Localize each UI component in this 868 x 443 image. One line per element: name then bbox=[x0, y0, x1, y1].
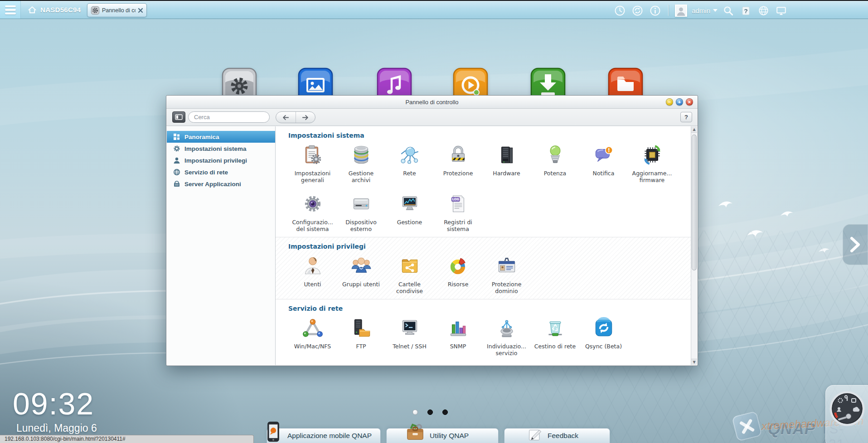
help-icon[interactable]: ? bbox=[740, 5, 752, 17]
window-toolbar: ? bbox=[166, 109, 698, 126]
system-status-item[interactable]: Gestione bbox=[385, 193, 434, 232]
pager-dot-2[interactable] bbox=[427, 409, 433, 415]
ftp-icon bbox=[350, 317, 373, 339]
window-help-button[interactable]: ? bbox=[680, 112, 692, 122]
storage-manager-icon bbox=[350, 144, 373, 166]
scrollbar-thumb[interactable] bbox=[692, 135, 697, 270]
network-item[interactable]: Rete bbox=[385, 144, 434, 183]
next-page-button[interactable] bbox=[843, 224, 868, 265]
scroll-up-arrow[interactable]: ▲ bbox=[691, 126, 697, 133]
telnet-ssh-item[interactable]: Telnet / SSH bbox=[385, 317, 434, 356]
mobile-app-icon bbox=[266, 421, 281, 443]
app-item-label: Potenza bbox=[531, 170, 579, 177]
network-recycle-bin-item[interactable]: Cestino di rete bbox=[531, 317, 579, 356]
gear-icon bbox=[173, 145, 180, 152]
taskbar-button-utility-qnap[interactable]: Utility QNAP bbox=[386, 428, 499, 443]
arrow-left-icon bbox=[282, 114, 290, 121]
section-title: Impostazioni sistema bbox=[288, 132, 691, 139]
sidebar-item-server-applicazioni[interactable]: Server Applicazioni bbox=[167, 178, 275, 190]
taskbar-button-feedback[interactable]: Feedback bbox=[504, 428, 610, 443]
user-groups-item[interactable]: Gruppi utenti bbox=[337, 255, 385, 294]
pager-dot-1[interactable] bbox=[412, 409, 418, 415]
users-item[interactable]: Utenti bbox=[288, 255, 337, 294]
globe-icon bbox=[173, 169, 180, 176]
main-menu-button[interactable] bbox=[0, 1, 21, 19]
search-box bbox=[188, 111, 270, 123]
swallow-birds bbox=[718, 202, 829, 253]
scroll-down-arrow[interactable]: ▼ bbox=[691, 359, 697, 365]
system-logs-icon: LOG bbox=[447, 193, 470, 215]
general-settings-item[interactable]: Impostazioni generali bbox=[288, 144, 337, 183]
panel-toggle-icon[interactable] bbox=[172, 111, 185, 123]
users-icon bbox=[301, 255, 324, 277]
home-button[interactable]: NASD56C94 bbox=[27, 5, 81, 15]
external-device-item[interactable]: Dispositivo esterno bbox=[337, 193, 385, 232]
system-logs-item[interactable]: LOGRegistri di sistema bbox=[434, 193, 482, 232]
top-bar: NASD56C94 Pannello di co... admin ? bbox=[0, 1, 868, 19]
user-menu[interactable]: admin bbox=[692, 7, 718, 14]
app-item-label: Utenti bbox=[288, 281, 337, 288]
system-status-icon bbox=[398, 193, 421, 215]
sidebar-item-impostazioni-privilegi[interactable]: Impostazioni privilegi bbox=[167, 154, 275, 166]
notification-item[interactable]: !Notifica bbox=[579, 144, 628, 183]
clock-icon[interactable] bbox=[613, 4, 626, 17]
app-item-label: Risorse bbox=[434, 281, 482, 288]
arrow-right-icon bbox=[301, 114, 309, 121]
app-item-label: Qsync (Beta) bbox=[579, 343, 628, 350]
domain-security-icon bbox=[495, 255, 518, 277]
forward-button[interactable] bbox=[296, 112, 315, 123]
system-config-item[interactable]: Configurazio... del sistema bbox=[288, 193, 337, 232]
section-servizio-di-rete: Servizio di reteWin/Mac/NFSFTPTelnet / S… bbox=[276, 299, 691, 361]
snmp-icon bbox=[447, 317, 470, 339]
app-item-label: Cartelle condivise bbox=[385, 281, 434, 294]
app-item-label: Gruppi utenti bbox=[337, 281, 385, 288]
sidebar-item-impostazioni-sistema[interactable]: Impostazioni sistema bbox=[167, 143, 275, 154]
window-content: Impostazioni sistemaImpostazioni general… bbox=[276, 126, 697, 365]
sidebar-item-servizio-di-rete[interactable]: Servizio di rete bbox=[167, 166, 275, 178]
app-item-label: Win/Mac/NFS bbox=[288, 343, 337, 350]
shared-folders-item[interactable]: Cartelle condivise bbox=[385, 255, 434, 294]
firmware-update-item[interactable]: Aggiorname... firmware bbox=[628, 144, 676, 183]
sidebar-item-label: Server Applicazioni bbox=[184, 181, 241, 188]
status-url-bubble: 192.168.0.103:8080/cgi-bin/main.html?201… bbox=[0, 435, 254, 443]
sidebar-item-panoramica[interactable]: Panoramica bbox=[167, 131, 275, 143]
ftp-item[interactable]: FTP bbox=[337, 317, 385, 356]
window-titlebar[interactable]: Pannello di controllo − + × bbox=[166, 96, 698, 109]
language-icon[interactable] bbox=[757, 5, 770, 17]
tab-control-panel[interactable]: Pannello di co... bbox=[87, 3, 147, 17]
system-config-icon bbox=[301, 193, 324, 215]
qsync-item[interactable]: Qsync (Beta) bbox=[579, 317, 628, 356]
search-icon[interactable] bbox=[722, 5, 734, 17]
monitor-icon[interactable] bbox=[775, 5, 787, 17]
domain-security-item[interactable]: Protezione dominio bbox=[482, 255, 531, 294]
info-icon[interactable] bbox=[649, 4, 662, 17]
close-icon[interactable] bbox=[138, 8, 143, 13]
overview-grid-icon bbox=[173, 133, 180, 140]
app-item-label: Dispositivo esterno bbox=[337, 219, 385, 232]
security-item[interactable]: Protezione bbox=[434, 144, 482, 183]
win-mac-nfs-item[interactable]: Win/Mac/NFS bbox=[288, 317, 337, 356]
pager-dot-3[interactable] bbox=[442, 409, 448, 415]
background-tasks-icon[interactable] bbox=[631, 4, 644, 17]
system-gauge-widget[interactable] bbox=[825, 385, 868, 443]
section-impostazioni-privilegi: Impostazioni privilegiUtentiGruppi utent… bbox=[276, 237, 691, 299]
app-item-label: Individuazio... servizio bbox=[482, 343, 531, 356]
desktop: NASD56C94 Pannello di co... admin ? Pann… bbox=[0, 0, 868, 443]
close-button[interactable]: × bbox=[686, 98, 693, 106]
minimize-button[interactable]: − bbox=[666, 98, 673, 106]
storage-manager-item[interactable]: Gestione archivi bbox=[337, 144, 385, 183]
vertical-scrollbar[interactable]: ▲ ▼ bbox=[691, 126, 697, 365]
snmp-item[interactable]: SNMP bbox=[434, 317, 482, 356]
hardware-item[interactable]: Hardware bbox=[482, 144, 531, 183]
app-item-label: Aggiorname... firmware bbox=[628, 170, 676, 183]
taskbar-button-applicazione-mobile-qnap[interactable]: Applicazione mobile QNAP bbox=[267, 428, 381, 443]
power-item[interactable]: Potenza bbox=[531, 144, 579, 183]
app-item-label: Gestione bbox=[385, 219, 434, 226]
quota-item[interactable]: Risorse bbox=[434, 255, 482, 294]
back-button[interactable] bbox=[276, 112, 296, 123]
service-discovery-item[interactable]: Individuazio... servizio bbox=[482, 317, 531, 356]
search-input[interactable] bbox=[194, 114, 274, 120]
maximize-button[interactable]: + bbox=[676, 98, 683, 106]
server-icon bbox=[173, 180, 180, 188]
user-avatar-icon[interactable] bbox=[675, 5, 687, 17]
